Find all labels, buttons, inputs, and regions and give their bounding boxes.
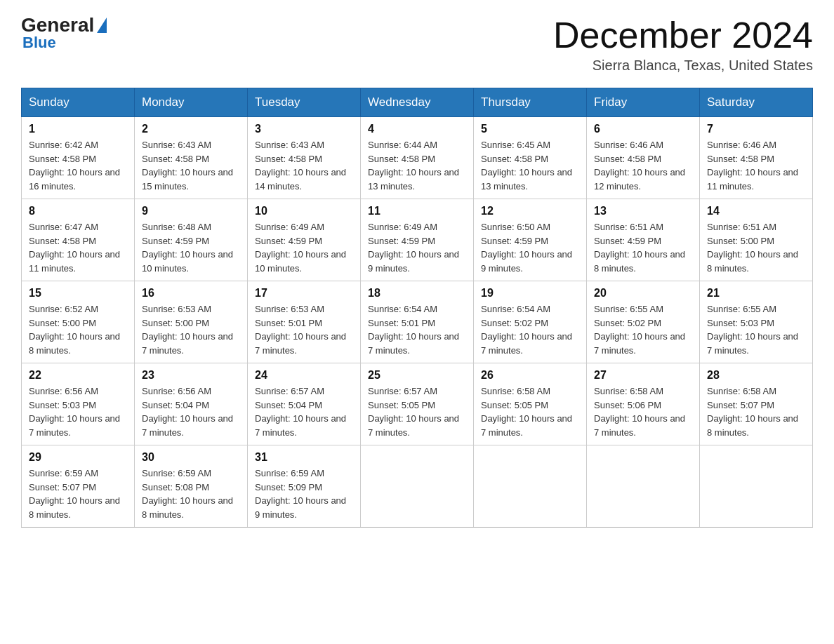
day-number: 23 [142,369,240,382]
table-row: 11 Sunrise: 6:49 AM Sunset: 4:59 PM Dayl… [361,199,474,281]
day-number: 5 [481,123,579,135]
day-info: Sunrise: 6:57 AM Sunset: 5:04 PM Dayligh… [255,384,353,439]
calendar-header-row: Sunday Monday Tuesday Wednesday Thursday… [22,88,813,117]
day-number: 31 [255,451,353,464]
col-friday: Friday [587,88,700,117]
day-info: Sunrise: 6:50 AM Sunset: 4:59 PM Dayligh… [481,220,579,275]
table-row: 8 Sunrise: 6:47 AM Sunset: 4:58 PM Dayli… [22,199,135,281]
table-row: 27 Sunrise: 6:58 AM Sunset: 5:06 PM Dayl… [587,363,700,445]
month-title: December 2024 [553,14,813,56]
day-number: 9 [142,205,240,217]
day-number: 21 [707,287,805,300]
day-info: Sunrise: 6:49 AM Sunset: 4:59 PM Dayligh… [255,220,353,275]
col-saturday: Saturday [700,88,813,117]
day-info: Sunrise: 6:42 AM Sunset: 4:58 PM Dayligh… [29,138,127,193]
page-header: General Blue December 2024 Sierra Blanca… [21,14,813,74]
day-info: Sunrise: 6:46 AM Sunset: 4:58 PM Dayligh… [707,138,805,193]
day-number: 2 [142,123,240,135]
logo-triangle-icon [97,18,107,33]
day-number: 1 [29,123,127,135]
day-number: 8 [29,205,127,217]
day-info: Sunrise: 6:47 AM Sunset: 4:58 PM Dayligh… [29,220,127,275]
day-info: Sunrise: 6:58 AM Sunset: 5:05 PM Dayligh… [481,384,579,439]
day-info: Sunrise: 6:51 AM Sunset: 5:00 PM Dayligh… [707,220,805,275]
day-number: 4 [368,123,466,135]
day-number: 28 [707,369,805,382]
day-number: 18 [368,287,466,300]
col-sunday: Sunday [22,88,135,117]
table-row: 15 Sunrise: 6:52 AM Sunset: 5:00 PM Dayl… [22,281,135,363]
table-row: 5 Sunrise: 6:45 AM Sunset: 4:58 PM Dayli… [474,117,587,199]
day-number: 7 [707,123,805,135]
day-info: Sunrise: 6:58 AM Sunset: 5:06 PM Dayligh… [594,384,692,439]
day-info: Sunrise: 6:58 AM Sunset: 5:07 PM Dayligh… [707,384,805,439]
day-info: Sunrise: 6:55 AM Sunset: 5:03 PM Dayligh… [707,302,805,357]
table-row: 19 Sunrise: 6:54 AM Sunset: 5:02 PM Dayl… [474,281,587,363]
day-number: 17 [255,287,353,300]
table-row: 7 Sunrise: 6:46 AM Sunset: 4:58 PM Dayli… [700,117,813,199]
col-thursday: Thursday [474,88,587,117]
table-row: 6 Sunrise: 6:46 AM Sunset: 4:58 PM Dayli… [587,117,700,199]
calendar-week-row: 29 Sunrise: 6:59 AM Sunset: 5:07 PM Dayl… [22,445,813,528]
day-number: 22 [29,369,127,382]
table-row: 30 Sunrise: 6:59 AM Sunset: 5:08 PM Dayl… [135,445,248,528]
day-info: Sunrise: 6:54 AM Sunset: 5:02 PM Dayligh… [481,302,579,357]
day-number: 3 [255,123,353,135]
day-number: 27 [594,369,692,382]
day-number: 24 [255,369,353,382]
table-row: 13 Sunrise: 6:51 AM Sunset: 4:59 PM Dayl… [587,199,700,281]
table-row [700,445,813,528]
day-number: 15 [29,287,127,300]
day-info: Sunrise: 6:46 AM Sunset: 4:58 PM Dayligh… [594,138,692,193]
table-row: 31 Sunrise: 6:59 AM Sunset: 5:09 PM Dayl… [248,445,361,528]
calendar-week-row: 22 Sunrise: 6:56 AM Sunset: 5:03 PM Dayl… [22,363,813,445]
table-row: 29 Sunrise: 6:59 AM Sunset: 5:07 PM Dayl… [22,445,135,528]
day-info: Sunrise: 6:55 AM Sunset: 5:02 PM Dayligh… [594,302,692,357]
table-row: 16 Sunrise: 6:53 AM Sunset: 5:00 PM Dayl… [135,281,248,363]
table-row [474,445,587,528]
table-row: 18 Sunrise: 6:54 AM Sunset: 5:01 PM Dayl… [361,281,474,363]
day-number: 14 [707,205,805,217]
table-row [361,445,474,528]
col-tuesday: Tuesday [248,88,361,117]
table-row: 22 Sunrise: 6:56 AM Sunset: 5:03 PM Dayl… [22,363,135,445]
table-row: 26 Sunrise: 6:58 AM Sunset: 5:05 PM Dayl… [474,363,587,445]
table-row: 23 Sunrise: 6:56 AM Sunset: 5:04 PM Dayl… [135,363,248,445]
location-text: Sierra Blanca, Texas, United States [553,58,813,74]
table-row: 24 Sunrise: 6:57 AM Sunset: 5:04 PM Dayl… [248,363,361,445]
col-wednesday: Wednesday [361,88,474,117]
table-row: 20 Sunrise: 6:55 AM Sunset: 5:02 PM Dayl… [587,281,700,363]
day-number: 6 [594,123,692,135]
table-row: 4 Sunrise: 6:44 AM Sunset: 4:58 PM Dayli… [361,117,474,199]
table-row: 3 Sunrise: 6:43 AM Sunset: 4:58 PM Dayli… [248,117,361,199]
day-info: Sunrise: 6:48 AM Sunset: 4:59 PM Dayligh… [142,220,240,275]
day-number: 20 [594,287,692,300]
day-info: Sunrise: 6:54 AM Sunset: 5:01 PM Dayligh… [368,302,466,357]
day-info: Sunrise: 6:52 AM Sunset: 5:00 PM Dayligh… [29,302,127,357]
table-row: 28 Sunrise: 6:58 AM Sunset: 5:07 PM Dayl… [700,363,813,445]
day-number: 16 [142,287,240,300]
day-info: Sunrise: 6:43 AM Sunset: 4:58 PM Dayligh… [255,138,353,193]
day-number: 10 [255,205,353,217]
day-info: Sunrise: 6:59 AM Sunset: 5:07 PM Dayligh… [29,467,127,521]
day-number: 11 [368,205,466,217]
day-info: Sunrise: 6:53 AM Sunset: 5:00 PM Dayligh… [142,302,240,357]
title-section: December 2024 Sierra Blanca, Texas, Unit… [553,14,813,74]
table-row: 2 Sunrise: 6:43 AM Sunset: 4:58 PM Dayli… [135,117,248,199]
day-number: 26 [481,369,579,382]
day-info: Sunrise: 6:53 AM Sunset: 5:01 PM Dayligh… [255,302,353,357]
day-info: Sunrise: 6:45 AM Sunset: 4:58 PM Dayligh… [481,138,579,193]
day-info: Sunrise: 6:59 AM Sunset: 5:08 PM Dayligh… [142,467,240,521]
logo: General Blue [21,14,108,52]
day-number: 12 [481,205,579,217]
day-number: 25 [368,369,466,382]
day-info: Sunrise: 6:56 AM Sunset: 5:04 PM Dayligh… [142,384,240,439]
table-row: 21 Sunrise: 6:55 AM Sunset: 5:03 PM Dayl… [700,281,813,363]
day-info: Sunrise: 6:51 AM Sunset: 4:59 PM Dayligh… [594,220,692,275]
calendar-table: Sunday Monday Tuesday Wednesday Thursday… [21,88,813,528]
day-info: Sunrise: 6:59 AM Sunset: 5:09 PM Dayligh… [255,467,353,521]
day-info: Sunrise: 6:57 AM Sunset: 5:05 PM Dayligh… [368,384,466,439]
calendar-week-row: 15 Sunrise: 6:52 AM Sunset: 5:00 PM Dayl… [22,281,813,363]
logo-blue-text: Blue [21,34,56,52]
col-monday: Monday [135,88,248,117]
